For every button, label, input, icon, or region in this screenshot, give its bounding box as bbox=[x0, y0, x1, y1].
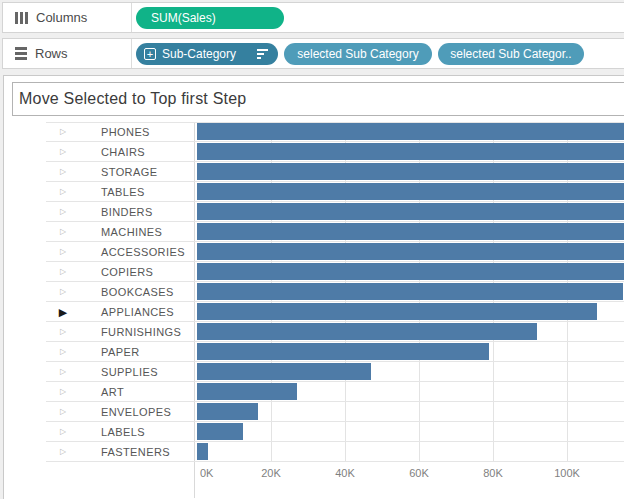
columns-shelf-label: Columns bbox=[36, 10, 87, 25]
row-header-label[interactable]: MACHINES bbox=[101, 226, 162, 238]
bar-storage[interactable] bbox=[197, 163, 624, 180]
chart-row: ▷MACHINES bbox=[4, 222, 624, 242]
expand-arrow-icon[interactable]: ▷ bbox=[56, 205, 70, 219]
plus-box-icon[interactable]: + bbox=[144, 48, 156, 60]
expand-arrow-icon[interactable]: ▷ bbox=[56, 225, 70, 239]
expand-arrow-icon[interactable]: ▷ bbox=[56, 145, 70, 159]
worksheet-view: Move Selected to Top first Step ▷PHONES▷… bbox=[3, 75, 624, 499]
row-header-label[interactable]: APPLIANCES bbox=[101, 306, 174, 318]
chart-row: ▷LABELS bbox=[4, 422, 624, 442]
expand-arrow-icon[interactable]: ▷ bbox=[56, 385, 70, 399]
chart-row: ▷ENVELOPES bbox=[4, 402, 624, 422]
pill-selected-sub-category-label: selected Sub Category bbox=[297, 43, 418, 65]
worksheet-title: Move Selected to Top first Step bbox=[12, 82, 624, 116]
row-header-label[interactable]: FURNISHINGS bbox=[101, 326, 181, 338]
expand-arrow-icon[interactable]: ▷ bbox=[56, 165, 70, 179]
expand-arrow-icon[interactable]: ▷ bbox=[56, 265, 70, 279]
bar-appliances[interactable] bbox=[197, 303, 597, 320]
sort-descending-icon[interactable] bbox=[257, 49, 268, 59]
row-header-label[interactable]: PAPER bbox=[101, 346, 139, 358]
rows-shelf-label-cell: Rows bbox=[3, 39, 132, 68]
chart-row: ▷COPIERS bbox=[4, 262, 624, 282]
row-header-label[interactable]: LABELS bbox=[101, 426, 145, 438]
row-header-label[interactable]: STORAGE bbox=[101, 166, 157, 178]
row-header-label[interactable]: CHAIRS bbox=[101, 146, 145, 158]
bar-chairs[interactable] bbox=[197, 143, 624, 160]
chart-row: ▷TABLES bbox=[4, 182, 624, 202]
pill-sum-sales-label: SUM(Sales) bbox=[151, 7, 216, 29]
axis-tick-label: 80K bbox=[471, 467, 515, 479]
row-header-label[interactable]: TABLES bbox=[101, 186, 145, 198]
chart-row: ▷FURNISHINGS bbox=[4, 322, 624, 342]
expand-arrow-icon[interactable]: ▷ bbox=[56, 345, 70, 359]
chart-area: ▷PHONES▷CHAIRS▷STORAGE▷TABLES▷BINDERS▷MA… bbox=[4, 122, 624, 462]
bar-tables[interactable] bbox=[197, 183, 624, 200]
chart-row: ▷PAPER bbox=[4, 342, 624, 362]
axis-tick-label: 60K bbox=[397, 467, 441, 479]
expand-arrow-icon[interactable]: ▷ bbox=[56, 365, 70, 379]
worksheet-title-text: Move Selected to Top first Step bbox=[19, 90, 246, 108]
columns-shelf: Columns SUM(Sales) bbox=[2, 2, 624, 33]
pill-sub-category[interactable]: + Sub-Category bbox=[136, 43, 278, 65]
chart-row: ▷CHAIRS bbox=[4, 142, 624, 162]
bar-copiers[interactable] bbox=[197, 263, 624, 280]
pill-sum-sales[interactable]: SUM(Sales) bbox=[136, 7, 284, 29]
chart-row: ▷PHONES bbox=[4, 122, 624, 142]
row-header-label[interactable]: BOOKCASES bbox=[101, 286, 174, 298]
row-header-label[interactable]: PHONES bbox=[101, 126, 150, 138]
bar-accessories[interactable] bbox=[197, 243, 624, 260]
bar-furnishings[interactable] bbox=[197, 323, 537, 340]
chart-row: ▷BOOKCASES bbox=[4, 282, 624, 302]
row-header-label[interactable]: ART bbox=[101, 386, 124, 398]
row-header-label[interactable]: ENVELOPES bbox=[101, 406, 171, 418]
bar-phones[interactable] bbox=[197, 123, 624, 140]
expand-arrow-icon[interactable]: ▷ bbox=[56, 125, 70, 139]
row-header-label[interactable]: SUPPLIES bbox=[101, 366, 158, 378]
chart-row: ▶APPLIANCES bbox=[4, 302, 624, 322]
chart-row: ▷ART bbox=[4, 382, 624, 402]
row-header-label[interactable]: BINDERS bbox=[101, 206, 153, 218]
bar-supplies[interactable] bbox=[197, 363, 371, 380]
bar-paper[interactable] bbox=[197, 343, 489, 360]
expand-arrow-icon[interactable]: ▷ bbox=[56, 245, 70, 259]
rows-shelf: Rows + Sub-Category selected Sub Categor… bbox=[2, 38, 624, 69]
axis-tick-label: 100K bbox=[545, 467, 589, 479]
axis-tick-label: 20K bbox=[249, 467, 293, 479]
expand-arrow-icon[interactable]: ▷ bbox=[56, 325, 70, 339]
chart-row: ▷ACCESSORIES bbox=[4, 242, 624, 262]
row-header-label[interactable]: COPIERS bbox=[101, 266, 153, 278]
expand-arrow-icon[interactable]: ▷ bbox=[56, 445, 70, 459]
expand-arrow-icon[interactable]: ▷ bbox=[56, 285, 70, 299]
bar-fasteners[interactable] bbox=[197, 443, 208, 460]
pill-selected-sub-category-2[interactable]: selected Sub Categor.. bbox=[438, 43, 584, 65]
chart-row: ▷STORAGE bbox=[4, 162, 624, 182]
chart-row: ▷FASTENERS bbox=[4, 442, 624, 462]
expand-arrow-filled-icon[interactable]: ▶ bbox=[56, 305, 70, 319]
row-divider bbox=[46, 461, 624, 462]
columns-grid-icon bbox=[15, 12, 28, 24]
chart-row: ▷SUPPLIES bbox=[4, 362, 624, 382]
row-header-label[interactable]: ACCESSORIES bbox=[101, 246, 185, 258]
columns-shelf-label-cell: Columns bbox=[3, 3, 132, 32]
bar-bookcases[interactable] bbox=[197, 283, 623, 300]
bar-labels[interactable] bbox=[197, 423, 243, 440]
expand-arrow-icon[interactable]: ▷ bbox=[56, 425, 70, 439]
rows-shelf-label: Rows bbox=[35, 46, 68, 61]
bar-art[interactable] bbox=[197, 383, 297, 400]
pill-selected-sub-category[interactable]: selected Sub Category bbox=[284, 43, 432, 65]
expand-arrow-icon[interactable]: ▷ bbox=[56, 405, 70, 419]
row-header-label[interactable]: FASTENERS bbox=[101, 446, 170, 458]
expand-arrow-icon[interactable]: ▷ bbox=[56, 185, 70, 199]
rows-list-icon bbox=[15, 47, 27, 60]
pill-sub-category-label: Sub-Category bbox=[162, 43, 236, 65]
bar-envelopes[interactable] bbox=[197, 403, 258, 420]
axis-tick-label: 0K bbox=[200, 467, 213, 479]
pill-selected-sub-category-2-label: selected Sub Categor.. bbox=[450, 43, 571, 65]
bar-binders[interactable] bbox=[197, 203, 624, 220]
chart-row: ▷BINDERS bbox=[4, 202, 624, 222]
bar-machines[interactable] bbox=[197, 223, 624, 240]
axis-tick-label: 40K bbox=[323, 467, 367, 479]
